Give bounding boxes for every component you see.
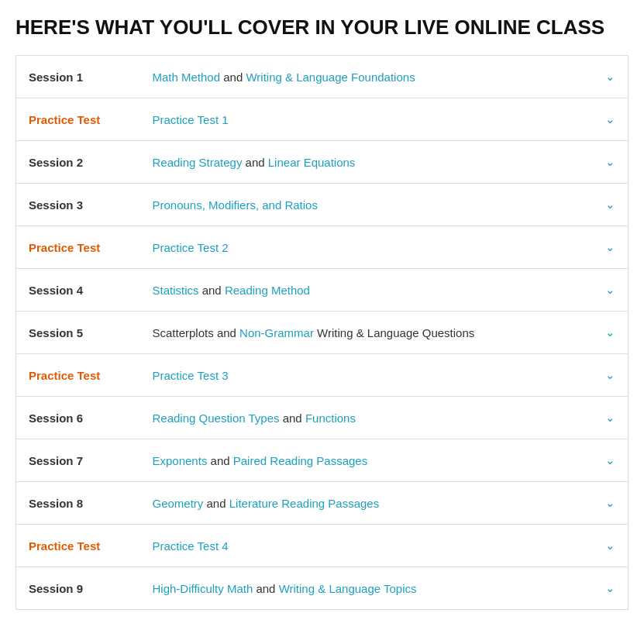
table-row-12[interactable]: Practice TestPractice Test 4⌄ <box>16 525 629 567</box>
table-row-3[interactable]: Session 2Reading Strategy and Linear Equ… <box>16 141 629 184</box>
row-label: Practice Test <box>16 226 140 269</box>
row-label: Session 3 <box>16 184 140 226</box>
expand-chevron-icon[interactable]: ⌄ <box>593 525 629 567</box>
row-label: Session 6 <box>16 397 140 439</box>
row-title: Exponents and Paired Reading Passages <box>140 439 594 482</box>
row-title: Scatterplots and Non-Grammar Writing & L… <box>140 312 594 354</box>
table-row-13[interactable]: Session 9High-Difficulty Math and Writin… <box>16 567 629 610</box>
expand-chevron-icon[interactable]: ⌄ <box>593 98 629 141</box>
table-row-5[interactable]: Practice TestPractice Test 2⌄ <box>16 226 629 269</box>
row-label: Session 2 <box>16 141 140 184</box>
row-title: Reading Question Types and Functions <box>140 397 594 439</box>
table-row-11[interactable]: Session 8Geometry and Literature Reading… <box>16 482 629 525</box>
curriculum-table: Session 1Math Method and Writing & Langu… <box>15 55 629 610</box>
row-title: Practice Test 1 <box>140 98 594 141</box>
row-label: Session 1 <box>16 56 140 98</box>
expand-chevron-icon[interactable]: ⌄ <box>593 397 629 439</box>
table-row-1[interactable]: Session 1Math Method and Writing & Langu… <box>16 56 629 98</box>
expand-chevron-icon[interactable]: ⌄ <box>593 312 629 354</box>
row-label: Session 7 <box>16 439 140 482</box>
row-label: Practice Test <box>16 525 140 567</box>
row-label: Session 4 <box>16 269 140 312</box>
row-label: Session 8 <box>16 482 140 525</box>
row-title: Practice Test 4 <box>140 525 594 567</box>
expand-chevron-icon[interactable]: ⌄ <box>593 482 629 525</box>
expand-chevron-icon[interactable]: ⌄ <box>593 439 629 482</box>
row-title: Pronouns, Modifiers, and Ratios <box>140 184 594 226</box>
row-title: Practice Test 2 <box>140 226 594 269</box>
page-title: HERE'S WHAT YOU'LL COVER IN YOUR LIVE ON… <box>15 15 629 40</box>
expand-chevron-icon[interactable]: ⌄ <box>593 184 629 226</box>
table-row-9[interactable]: Session 6Reading Question Types and Func… <box>16 397 629 439</box>
expand-chevron-icon[interactable]: ⌄ <box>593 269 629 312</box>
row-title: Geometry and Literature Reading Passages <box>140 482 594 525</box>
expand-chevron-icon[interactable]: ⌄ <box>593 354 629 397</box>
table-row-10[interactable]: Session 7Exponents and Paired Reading Pa… <box>16 439 629 482</box>
row-label: Session 5 <box>16 312 140 354</box>
row-title: High-Difficulty Math and Writing & Langu… <box>140 567 594 610</box>
table-row-2[interactable]: Practice TestPractice Test 1⌄ <box>16 98 629 141</box>
row-title: Math Method and Writing & Language Found… <box>140 56 594 98</box>
row-title: Reading Strategy and Linear Equations <box>140 141 594 184</box>
expand-chevron-icon[interactable]: ⌄ <box>593 141 629 184</box>
row-label: Session 9 <box>16 567 140 610</box>
row-title: Statistics and Reading Method <box>140 269 594 312</box>
row-label: Practice Test <box>16 354 140 397</box>
expand-chevron-icon[interactable]: ⌄ <box>593 567 629 610</box>
table-row-7[interactable]: Session 5Scatterplots and Non-Grammar Wr… <box>16 312 629 354</box>
row-title: Practice Test 3 <box>140 354 594 397</box>
expand-chevron-icon[interactable]: ⌄ <box>593 56 629 98</box>
table-row-6[interactable]: Session 4Statistics and Reading Method⌄ <box>16 269 629 312</box>
table-row-4[interactable]: Session 3Pronouns, Modifiers, and Ratios… <box>16 184 629 226</box>
table-row-8[interactable]: Practice TestPractice Test 3⌄ <box>16 354 629 397</box>
expand-chevron-icon[interactable]: ⌄ <box>593 226 629 269</box>
row-label: Practice Test <box>16 98 140 141</box>
